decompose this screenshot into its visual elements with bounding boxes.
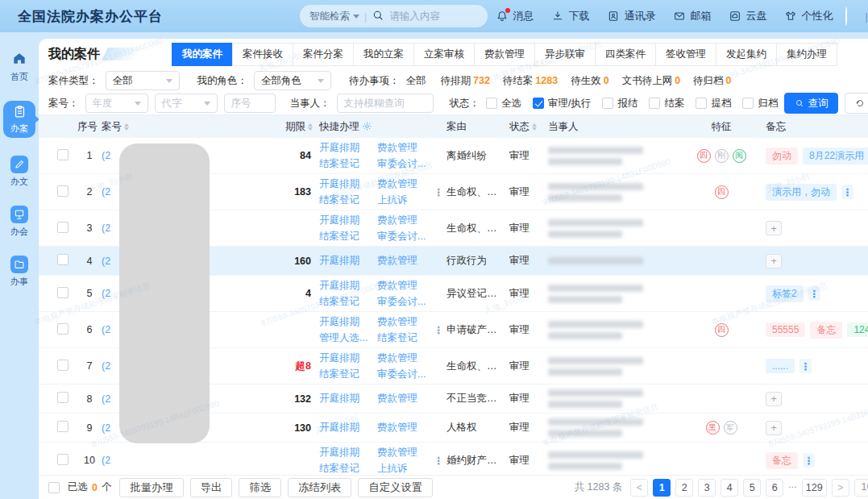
row-case-no[interactable]: (2 [102,455,271,466]
more-actions-icon[interactable]: ⋮ [434,186,444,198]
sidebar-item-办会[interactable]: 办会 [10,206,28,238]
checkbox[interactable] [649,98,660,109]
seq-input[interactable] [224,94,276,113]
memo-more-icon[interactable]: ⋮ [841,185,853,199]
add-memo-button[interactable]: + [766,254,782,268]
page-button-5[interactable]: 5 [743,479,761,497]
memo-tag[interactable]: 标签2 [766,285,804,302]
tab-集约办理[interactable]: 集约办理 [776,43,837,66]
quick-link[interactable]: 费款管理 [377,421,429,435]
search-input[interactable] [389,10,478,22]
status-option-报结[interactable]: 报结 [602,97,638,110]
select-all-checkbox[interactable] [48,482,60,493]
row-checkbox[interactable] [57,149,69,160]
row-checkbox[interactable] [57,454,69,465]
footer-button-筛选[interactable]: 筛选 [239,478,281,497]
status-option-结案[interactable]: 结案 [649,97,684,110]
page-button-4[interactable]: 4 [721,479,738,497]
row-checkbox[interactable] [57,287,69,298]
quick-link[interactable]: 费款管理 [377,315,429,329]
row-checkbox[interactable] [57,360,69,371]
status-option-归档[interactable]: 归档 [742,97,778,110]
quick-link[interactable]: 费款管理 [377,254,429,268]
party-input[interactable] [337,94,434,113]
topaction-消息[interactable]: 消息 [496,9,534,23]
role-select[interactable]: 全部角色 [254,71,331,90]
tab-费款管理[interactable]: 费款管理 [474,43,535,66]
page-button-2[interactable]: 2 [675,479,693,497]
checkbox[interactable] [486,98,497,109]
quick-link[interactable]: 结案登记 [319,368,371,381]
quick-link[interactable]: 费款管理 [377,214,429,227]
add-memo-button[interactable]: + [766,421,782,435]
topaction-云盘[interactable]: 云盘 [729,9,766,23]
quick-link[interactable]: 费款管理 [377,351,429,365]
checkbox[interactable] [696,98,707,109]
quick-link[interactable]: 开庭排期 [319,351,371,365]
quick-link[interactable]: 上抗诉 [377,193,429,207]
quick-link[interactable]: 开庭排期 [319,254,371,268]
tab-签收管理[interactable]: 签收管理 [655,43,716,66]
row-checkbox[interactable] [57,392,69,403]
quick-link[interactable]: 开庭排期 [319,392,371,405]
quick-link[interactable]: 开庭排期 [319,315,371,329]
todo-待生效[interactable]: 待生效0 [571,74,608,88]
tab-立案审核[interactable]: 立案审核 [413,43,475,66]
case-type-select[interactable]: 全部 [106,71,180,90]
memo-more-icon[interactable]: ⋮ [799,359,812,373]
page-button-6[interactable]: 6 [766,479,783,497]
quick-link[interactable]: 结案登记 [319,230,371,243]
memo-tag[interactable]: 备忘 [766,452,798,469]
add-memo-button[interactable]: + [766,392,782,406]
col-status[interactable]: 状态 [509,120,548,134]
quick-link[interactable]: 费款管理 [377,141,429,155]
table-row[interactable]: 10(2开庭排期费款管理结案登记上抗诉⋮婚约财产纠纷审理备忘⋮ [39,443,868,479]
memo-tag[interactable]: 勿动 [766,148,798,164]
page-button-129[interactable]: 129 [802,479,827,497]
add-memo-button[interactable]: + [766,221,782,235]
topaction-下载[interactable]: 下载 [551,9,589,23]
footer-button-自定义设置[interactable]: 自定义设置 [358,478,433,497]
footer-button-导出[interactable]: 导出 [190,478,233,497]
sidebar-item-办文[interactable]: 办文 [10,156,28,188]
quick-link[interactable]: 审委会讨... [377,230,429,243]
quick-link[interactable]: 开庭排期 [319,214,371,227]
row-checkbox[interactable] [57,421,69,432]
todo-all[interactable]: 全部 [406,74,426,88]
quick-link[interactable]: 费款管理 [377,392,429,405]
quick-link[interactable]: 开庭排期 [319,279,371,293]
tab-案件分案[interactable]: 案件分案 [293,43,354,66]
quick-link[interactable]: 费款管理 [377,446,429,459]
quick-link[interactable]: 费款管理 [377,279,429,293]
memo-tag[interactable]: 55555 [766,322,805,337]
todo-待结案[interactable]: 待结案1283 [503,74,558,88]
row-checkbox[interactable] [57,254,69,265]
quick-link[interactable]: 开庭排期 [319,446,371,459]
tab-我的立案[interactable]: 我的立案 [353,43,414,66]
tab-我的案件[interactable]: 我的案件 [172,43,233,66]
quick-link[interactable]: 结案登记 [319,193,371,207]
quick-link[interactable]: 结案登记 [319,295,371,309]
quick-link[interactable]: 费款管理 [377,177,429,191]
row-checkbox[interactable] [57,323,69,335]
quick-link[interactable]: 开庭排期 [319,421,371,435]
quick-link[interactable]: 管理人选... [319,331,371,345]
quick-link[interactable]: 上抗诉 [377,462,429,476]
todo-待排期[interactable]: 待排期732 [441,74,490,88]
memo-tag[interactable]: 备忘 [810,322,842,339]
quick-link[interactable]: 审委会讨... [377,295,429,309]
avatar[interactable] [845,6,847,26]
checkbox[interactable] [742,98,754,109]
page-size-select[interactable]: 10条/页 [854,479,868,497]
tab-异步联审[interactable]: 异步联审 [534,43,596,66]
topaction-通讯录[interactable]: 通讯录 [607,9,655,23]
sidebar-item-办事[interactable]: 办事 [10,256,28,288]
todo-文书待上网[interactable]: 文书待上网0 [622,74,680,88]
sidebar-item-首页[interactable]: 首页 [10,50,28,83]
more-actions-icon[interactable]: ⋮ [434,324,444,336]
next-page-button[interactable]: > [832,479,849,497]
checkbox[interactable] [602,98,613,109]
topaction-邮箱[interactable]: 邮箱 [673,9,711,23]
status-option-审理/执行[interactable]: 审理/执行 [533,97,591,110]
prev-page-button[interactable]: < [630,479,648,497]
